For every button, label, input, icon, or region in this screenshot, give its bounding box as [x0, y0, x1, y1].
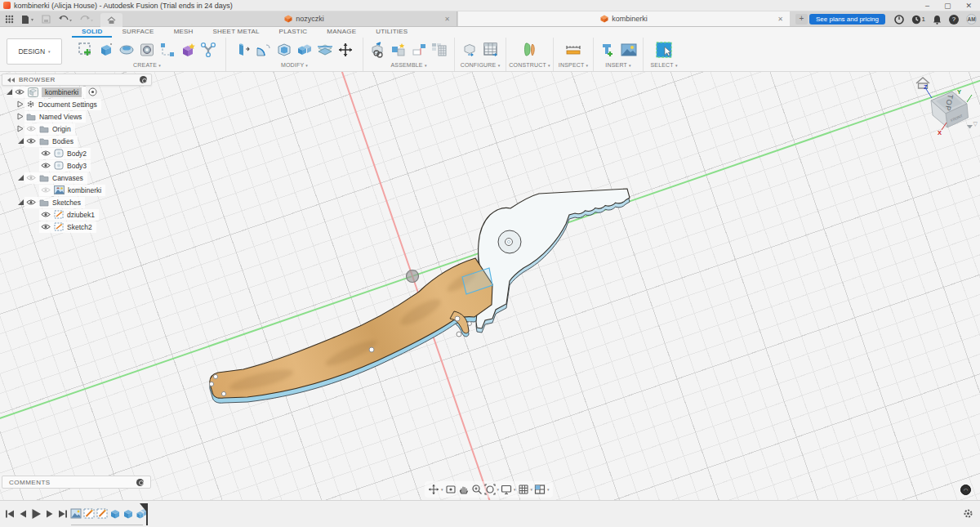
browser-item-canvases[interactable]: Canvases — [2, 172, 152, 184]
ribbon-tab-surface[interactable]: SURFACE — [112, 27, 163, 38]
collaborator-presence-bubble[interactable]: ◠ — [960, 485, 971, 495]
item-label[interactable]: Document Settings — [38, 100, 97, 109]
item-label[interactable]: Sketches — [52, 199, 81, 207]
extension-timer[interactable]: 1 — [911, 15, 925, 25]
create-form-button[interactable] — [179, 39, 197, 60]
browser-item-sketches[interactable]: Sketches — [2, 196, 152, 208]
extrude-feature-icon[interactable] — [122, 507, 134, 520]
item-label[interactable]: kombinerki — [42, 87, 82, 97]
insert-derive-button[interactable] — [599, 39, 617, 60]
joint-origin-button[interactable] — [410, 39, 428, 60]
ribbon-tab-utilities[interactable]: UTILITIES — [366, 27, 417, 38]
measure-button[interactable] — [564, 39, 582, 60]
bell-icon[interactable] — [933, 15, 942, 25]
visibility-eye-icon[interactable] — [41, 211, 51, 218]
ribbon-tab-sheet-metal[interactable]: SHEET METAL — [203, 27, 270, 38]
group-label-inspect[interactable]: INSPECT — [559, 62, 585, 68]
visibility-off-eye-icon[interactable] — [26, 125, 36, 132]
expanded-arrow-icon[interactable] — [17, 137, 24, 145]
extrude-button[interactable] — [97, 39, 115, 60]
job-status-icon[interactable] — [894, 15, 904, 25]
move-copy-button[interactable] — [336, 39, 354, 60]
chevron-down-icon[interactable]: ▾ — [514, 487, 516, 492]
ribbon-tab-solid[interactable]: SOLID — [72, 27, 112, 38]
home-icon[interactable] — [916, 78, 929, 88]
play-icon[interactable] — [31, 508, 42, 520]
browser-item-dziubek1[interactable]: dziubek1 — [2, 208, 152, 221]
create-sketch-button[interactable] — [77, 39, 95, 60]
ribbon-tab-mesh[interactable]: MESH — [164, 27, 203, 38]
comments-panel[interactable]: COMMENTS — [2, 476, 151, 489]
split-body-button[interactable] — [316, 39, 334, 60]
item-label[interactable]: Origin — [52, 125, 71, 133]
hole-button[interactable] — [138, 39, 156, 60]
view-cube-widget[interactable]: TOP FRONT Z Y X — [906, 74, 980, 139]
browser-item-origin[interactable]: Origin — [2, 123, 152, 135]
comments-options-icon[interactable] — [136, 479, 144, 486]
item-label[interactable]: Body2 — [67, 150, 87, 158]
item-label[interactable]: Body3 — [67, 162, 87, 170]
browser-header[interactable]: BROWSER — [2, 74, 152, 86]
item-label[interactable]: kombinerki — [68, 186, 101, 194]
collapsed-arrow-icon[interactable] — [17, 113, 24, 120]
insert-canvas-button[interactable] — [620, 39, 638, 60]
see-plans-pricing-button[interactable]: See plans and pricing — [809, 14, 885, 25]
joint-button[interactable] — [390, 39, 408, 60]
revolve-button[interactable] — [118, 39, 136, 60]
step-forward-icon[interactable] — [46, 509, 54, 519]
group-label-assemble[interactable]: ASSEMBLE — [390, 62, 422, 68]
undo-icon[interactable] — [58, 15, 72, 24]
group-label-select[interactable]: SELECT — [650, 62, 673, 68]
document-tab-kombinerki[interactable]: kombinerki ✕ — [458, 11, 790, 26]
combine-button[interactable] — [296, 39, 314, 60]
pipe-button[interactable] — [199, 39, 217, 60]
browser-item-bodies[interactable]: Bodies — [2, 135, 152, 147]
shell-button[interactable] — [275, 39, 293, 60]
viewcube-menu-arrow[interactable] — [967, 125, 973, 129]
item-label[interactable]: dziubek1 — [67, 211, 95, 219]
sketch-feature-icon[interactable] — [96, 507, 108, 520]
activate-component-radio[interactable] — [88, 87, 97, 96]
document-tab-nozyczki[interactable]: nozyczki ✕ — [152, 11, 457, 26]
pan-hand-icon[interactable] — [458, 484, 470, 495]
orbit-icon[interactable] — [428, 484, 439, 495]
chevron-down-icon[interactable]: ▾ — [531, 487, 533, 492]
select-button[interactable] — [655, 39, 673, 60]
item-label[interactable]: Canvases — [52, 174, 83, 182]
group-label-create[interactable]: CREATE — [133, 62, 157, 68]
extrude-feature-icon[interactable] — [109, 507, 121, 520]
browser-options-icon[interactable] — [140, 76, 147, 83]
ribbon-tab-manage[interactable]: MANAGE — [317, 27, 366, 38]
visibility-eye-icon[interactable] — [41, 162, 51, 169]
expanded-arrow-icon[interactable] — [6, 88, 13, 96]
fillet-button[interactable] — [255, 39, 273, 60]
viewports-icon[interactable] — [534, 484, 546, 495]
browser-item-sketch2[interactable]: Sketch2 — [2, 221, 152, 233]
tab-close-icon[interactable]: ✕ — [777, 16, 783, 23]
user-avatar[interactable]: AM — [966, 14, 977, 25]
browser-item-root[interactable]: kombinerki — [2, 86, 152, 98]
browser-item-canvas-kombinerki[interactable]: kombinerki — [2, 184, 152, 196]
file-menu-icon[interactable] — [21, 15, 34, 25]
look-at-icon[interactable] — [445, 484, 457, 495]
zoom-icon[interactable] — [471, 484, 483, 495]
group-label-configure[interactable]: CONFIGURE — [461, 62, 497, 68]
skip-to-start-icon[interactable] — [5, 509, 15, 519]
minimize-button[interactable]: – — [925, 0, 929, 11]
modeling-viewport[interactable]: TOP FRONT Z Y X ▽ BROWSER — [0, 72, 980, 500]
close-button[interactable]: ✕ — [965, 0, 972, 11]
group-label-modify[interactable]: MODIFY — [281, 62, 304, 68]
new-tab-button[interactable]: + — [795, 14, 808, 25]
configure-button[interactable] — [461, 39, 479, 60]
collapsed-arrow-icon[interactable] — [17, 100, 24, 108]
construct-plane-button[interactable] — [521, 39, 539, 60]
display-settings-icon[interactable] — [501, 484, 512, 495]
browser-item-body2[interactable]: Body2 — [2, 147, 152, 159]
item-label[interactable]: Named Views — [39, 113, 82, 121]
canvas-feature-icon[interactable] — [70, 507, 82, 520]
fit-view-icon[interactable] — [484, 484, 496, 495]
preferences-gear-icon[interactable] — [963, 508, 973, 519]
view-cube[interactable]: TOP FRONT — [931, 92, 969, 127]
browser-item-body3[interactable]: Body3 — [2, 159, 152, 172]
expanded-arrow-icon[interactable] — [17, 174, 24, 181]
